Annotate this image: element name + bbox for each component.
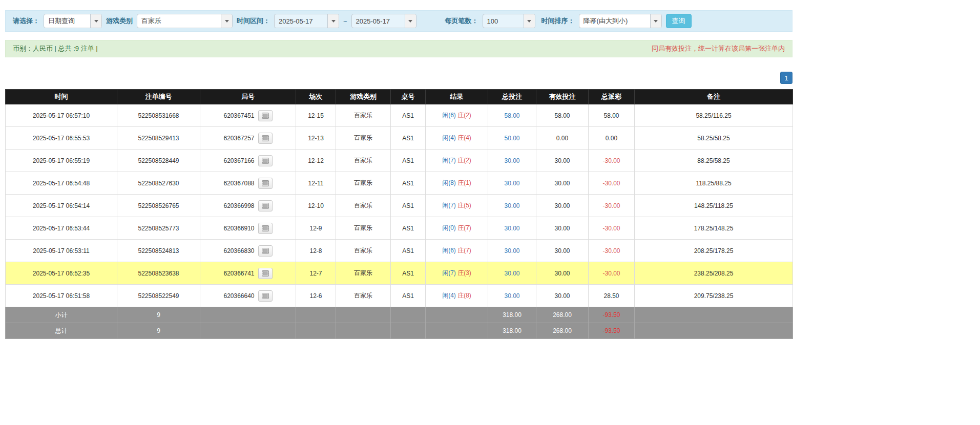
video-replay-button[interactable] xyxy=(258,178,273,189)
video-replay-button[interactable] xyxy=(258,133,273,144)
date-from-select[interactable]: 2025-05-17 xyxy=(274,14,339,28)
footer-empty-cell xyxy=(296,323,336,339)
round-number: 620366741 xyxy=(223,270,254,277)
cell-time: 2025-05-17 06:54:48 xyxy=(6,172,117,195)
cell-table-number: AS1 xyxy=(391,172,426,195)
cell-time: 2025-05-17 06:53:44 xyxy=(6,217,117,240)
footer-empty-cell xyxy=(635,323,793,339)
cell-result: 闲(8) 庄(1) xyxy=(426,172,488,195)
footer-valid-bet: 268.00 xyxy=(536,323,589,339)
cell-payout: -30.00 xyxy=(589,217,635,240)
cell-round: 620366741 xyxy=(200,262,296,285)
cell-time: 2025-05-17 06:55:19 xyxy=(6,150,117,172)
chevron-down-icon[interactable] xyxy=(650,14,661,28)
date-to-select[interactable]: 2025-05-17 xyxy=(351,14,416,28)
result-player: 闲(6) xyxy=(442,247,456,254)
cell-valid-bet: 30.00 xyxy=(536,285,589,307)
column-header: 备注 xyxy=(635,90,793,104)
cell-total-bet[interactable]: 30.00 xyxy=(488,217,536,240)
footer-total-bet: 318.00 xyxy=(488,307,536,323)
cell-total-bet[interactable]: 30.00 xyxy=(488,150,536,172)
cell-time: 2025-05-17 06:52:35 xyxy=(6,262,117,285)
video-replay-button[interactable] xyxy=(258,155,273,166)
cell-result: 闲(6) 庄(2) xyxy=(426,104,488,127)
page-size-select[interactable]: 100 xyxy=(483,14,535,28)
video-replay-button[interactable] xyxy=(258,200,273,211)
cell-game-type: 百家乐 xyxy=(336,127,391,150)
video-replay-icon xyxy=(262,135,269,141)
result-player: 闲(8) xyxy=(442,179,456,186)
cell-remark: 58.25/58.25 xyxy=(635,127,793,150)
column-header: 局号 xyxy=(200,90,296,104)
cell-bet-id: 522508524813 xyxy=(117,240,200,262)
footer-count: 9 xyxy=(117,307,200,323)
cell-bet-id: 522508529413 xyxy=(117,127,200,150)
cell-table-number: AS1 xyxy=(391,240,426,262)
time-sort-label: 时间排序： xyxy=(541,16,575,26)
cell-session: 12-12 xyxy=(296,150,336,172)
video-replay-icon xyxy=(262,113,269,119)
column-header: 场次 xyxy=(296,90,336,104)
video-replay-icon xyxy=(262,203,269,209)
game-type-select[interactable]: 百家乐 xyxy=(137,14,233,28)
game-type-value: 百家乐 xyxy=(137,14,221,28)
page-button-1[interactable]: 1 xyxy=(780,72,793,84)
content-area: 请选择： 日期查询 游戏类别 百家乐 时间区间： 2025-05-17 ~ 20… xyxy=(5,10,793,339)
column-header: 结果 xyxy=(426,90,488,104)
cell-table-number: AS1 xyxy=(391,262,426,285)
result-banker: 庄(2) xyxy=(457,112,471,119)
video-replay-icon xyxy=(262,180,269,186)
cell-session: 12-6 xyxy=(296,285,336,307)
cell-session: 12-10 xyxy=(296,195,336,217)
cell-remark: 88.25/58.25 xyxy=(635,150,793,172)
cell-total-bet[interactable]: 50.00 xyxy=(488,127,536,150)
cell-session: 12-8 xyxy=(296,240,336,262)
valid-bet-notice: 同局有效投注，统一计算在该局第一张注单内 xyxy=(652,44,785,53)
cell-result: 闲(7) 庄(2) xyxy=(426,150,488,172)
chevron-down-icon[interactable] xyxy=(405,14,416,28)
chevron-down-icon[interactable] xyxy=(327,14,339,28)
result-player: 闲(0) xyxy=(442,224,456,231)
footer-payout: -93.50 xyxy=(589,323,635,339)
cell-game-type: 百家乐 xyxy=(336,150,391,172)
column-header: 有效投注 xyxy=(536,90,589,104)
table-row: 2025-05-17 06:54:14522508526765620366998… xyxy=(6,195,793,217)
cell-total-bet[interactable]: 58.00 xyxy=(488,104,536,127)
time-sort-value: 降幂(由大到小) xyxy=(579,14,650,28)
cell-table-number: AS1 xyxy=(391,150,426,172)
chevron-down-icon[interactable] xyxy=(90,14,101,28)
time-sort-select[interactable]: 降幂(由大到小) xyxy=(579,14,662,28)
video-replay-button[interactable] xyxy=(258,110,273,121)
video-replay-icon xyxy=(262,293,269,299)
summary-bar: 币别：人民币 | 总共 :9 注单 | 同局有效投注，统一计算在该局第一张注单内 xyxy=(5,40,793,57)
cell-round: 620366998 xyxy=(200,195,296,217)
chevron-down-icon[interactable] xyxy=(524,14,535,28)
table-row: 2025-05-17 06:52:35522508523638620366741… xyxy=(6,262,793,285)
video-replay-button[interactable] xyxy=(258,268,273,279)
result-player: 闲(7) xyxy=(442,269,456,277)
query-button[interactable]: 查询 xyxy=(666,14,692,28)
table-row: 2025-05-17 06:53:44522508525773620366910… xyxy=(6,217,793,240)
cell-total-bet[interactable]: 30.00 xyxy=(488,240,536,262)
cell-total-bet[interactable]: 30.00 xyxy=(488,285,536,307)
round-number: 620366830 xyxy=(223,247,254,254)
video-replay-button[interactable] xyxy=(258,290,273,302)
cell-total-bet[interactable]: 30.00 xyxy=(488,172,536,195)
footer-payout: -93.50 xyxy=(589,307,635,323)
cell-bet-id: 522508527630 xyxy=(117,172,200,195)
video-replay-button[interactable] xyxy=(258,245,273,257)
result-banker: 庄(3) xyxy=(457,269,471,277)
result-banker: 庄(1) xyxy=(457,179,471,186)
bet-records-table: 时间注单编号局号场次游戏类别桌号结果总投注有效投注总派彩备注 2025-05-1… xyxy=(5,89,793,339)
table-row: 2025-05-17 06:53:11522508524813620366830… xyxy=(6,240,793,262)
cell-total-bet[interactable]: 30.00 xyxy=(488,262,536,285)
query-type-select[interactable]: 日期查询 xyxy=(44,14,102,28)
chevron-down-icon[interactable] xyxy=(221,14,232,28)
video-replay-button[interactable] xyxy=(258,223,273,234)
footer-empty-cell xyxy=(296,307,336,323)
cell-payout: 28.50 xyxy=(589,285,635,307)
footer-empty-cell xyxy=(391,307,426,323)
footer-empty-cell xyxy=(200,323,296,339)
footer-valid-bet: 268.00 xyxy=(536,307,589,323)
cell-total-bet[interactable]: 30.00 xyxy=(488,195,536,217)
